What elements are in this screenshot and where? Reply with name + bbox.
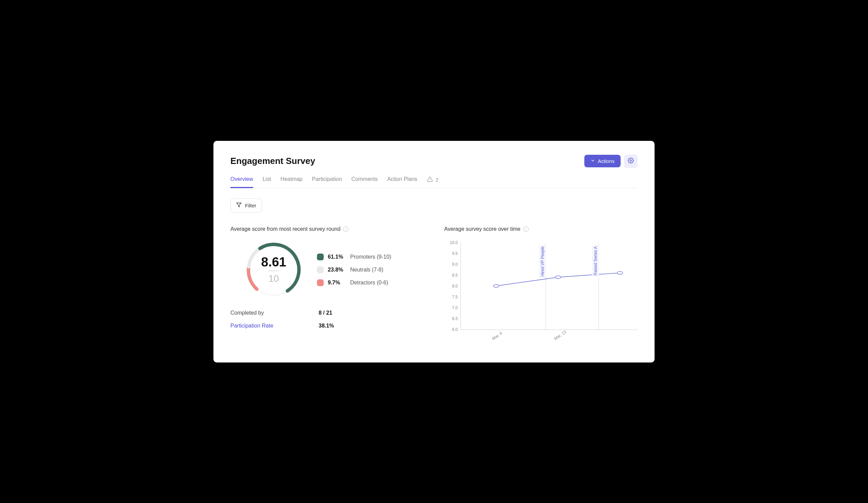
legend-promoters-label: Promoters (9-10) [350,254,391,260]
y-tick: 9.0 [444,262,458,267]
line-svg [461,242,638,330]
tab-participation[interactable]: Participation [312,176,342,188]
stat-completed: Completed by 8 / 21 [230,310,424,316]
tab-overview[interactable]: Overview [230,176,253,188]
chart-annotation: Hired VP People [546,244,546,330]
y-tick: 6.5 [444,316,458,321]
chart-annotation: Raised Series A [599,244,599,330]
x-tick: Mar, 6 [491,331,503,341]
tab-warning-indicator[interactable]: 2 [427,176,438,188]
completed-label: Completed by [230,310,319,316]
chevron-down-icon [590,158,595,164]
legend-neutrals: 23.8% Neutrals (7-8) [317,266,391,273]
right-panel-title-row: Average survey score over time i [444,226,638,232]
swatch-promoters [317,254,324,260]
y-tick: 9.5 [444,251,458,256]
gear-icon [628,157,634,165]
swatch-detractors [317,279,324,286]
participation-rate-link[interactable]: Participation Rate [230,323,319,329]
page-title: Engagement Survey [230,156,315,166]
svg-point-6 [555,276,561,278]
plot-area: Hired VP PeopleRaised Series A [461,242,638,330]
y-tick: 10.0 [444,240,458,245]
legend-neutrals-pct: 23.8% [328,267,346,273]
chart-annotation-label: Raised Series A [592,245,599,277]
filter-button[interactable]: Filter [230,198,262,213]
chart-annotation-label: Hired VP People [539,245,546,278]
panels: Average score from most recent survey ro… [230,226,638,346]
y-axis: 10.0 9.5 9.0 8.5 8.0 7.5 7.0 6.5 6.0 [444,240,458,332]
completed-value: 8 / 21 [319,310,332,316]
score-value: 8.61 [261,256,286,268]
score-donut: 8.61 10 [244,240,303,300]
participation-value: 38.1% [319,323,334,329]
warning-icon [427,176,433,183]
y-tick: 7.5 [444,295,458,299]
settings-button[interactable] [624,154,638,168]
filter-button-label: Filter [245,203,256,208]
dashboard-card: Engagement Survey Actions Overview List [214,141,654,362]
legend-neutrals-label: Neutrals (7-8) [350,267,383,273]
legend-promoters: 61.1% Promoters (9-10) [317,254,391,260]
svg-marker-3 [237,203,241,207]
y-tick: 8.5 [444,273,458,278]
actions-button-label: Actions [598,158,614,164]
legend-detractors: 9.7% Detractors (0-6) [317,279,391,286]
legend-promoters-pct: 61.1% [328,254,346,260]
svg-point-7 [617,271,623,274]
svg-point-5 [493,285,499,287]
tab-action-plans[interactable]: Action Plans [387,176,417,188]
header-actions: Actions [584,154,638,168]
y-tick: 8.0 [444,284,458,288]
swatch-neutrals [317,266,324,273]
actions-button[interactable]: Actions [584,155,621,167]
y-tick: 7.0 [444,306,458,310]
warning-count: 2 [436,177,438,183]
tabs: Overview List Heatmap Participation Comm… [230,176,638,188]
stat-rows: Completed by 8 / 21 Participation Rate 3… [230,310,424,329]
panel-score-over-time: Average survey score over time i 10.0 9.… [444,226,638,346]
line-chart: 10.0 9.5 9.0 8.5 8.0 7.5 7.0 6.5 6.0 Hir… [444,240,638,346]
filter-icon [236,202,241,209]
tab-comments[interactable]: Comments [352,176,378,188]
score-row: 8.61 10 61.1% Promoters (9-10) 23.8% Neu… [230,240,424,300]
svg-point-0 [630,160,632,162]
info-icon[interactable]: i [523,226,529,232]
donut-center: 8.61 10 [244,240,303,300]
left-panel-title: Average score from most recent survey ro… [230,226,340,232]
x-tick: Mar, 13 [554,329,567,341]
legend-detractors-label: Detractors (0-6) [350,280,388,286]
score-max: 10 [268,270,279,284]
left-panel-title-row: Average score from most recent survey ro… [230,226,424,232]
tab-heatmap[interactable]: Heatmap [281,176,303,188]
info-icon[interactable]: i [343,226,349,232]
panel-average-score: Average score from most recent survey ro… [230,226,424,346]
tab-list[interactable]: List [263,176,271,188]
right-panel-title: Average survey score over time [444,226,520,232]
x-axis: Mar, 6Mar, 13 [461,332,638,346]
y-tick: 6.0 [444,327,458,332]
score-legend: 61.1% Promoters (9-10) 23.8% Neutrals (7… [317,254,391,286]
stat-participation: Participation Rate 38.1% [230,323,424,329]
legend-detractors-pct: 9.7% [328,280,346,286]
header-row: Engagement Survey Actions [230,154,638,168]
